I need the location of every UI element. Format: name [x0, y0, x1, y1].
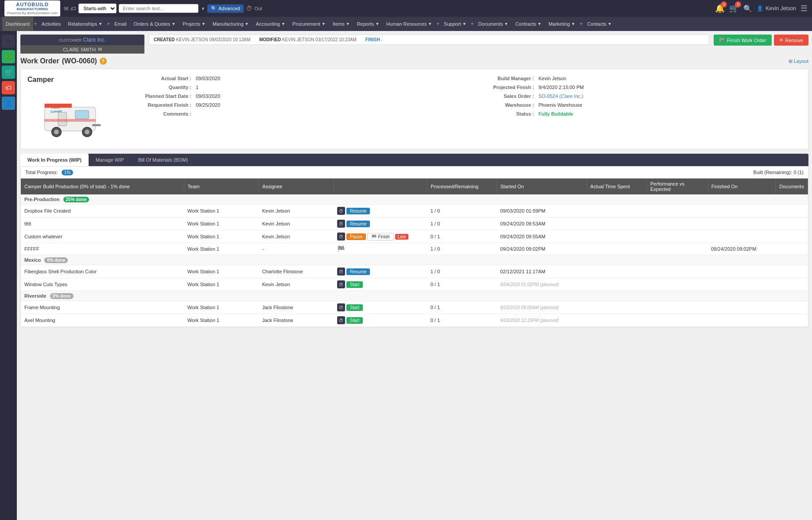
clock-button-fiberglass[interactable]: ⏱ — [337, 268, 345, 276]
customer-name-link[interactable]: Clare Inc. — [83, 37, 106, 43]
hamburger-menu[interactable]: ☰ — [800, 4, 808, 13]
nav-item-activities[interactable]: Activities — [38, 17, 64, 31]
finished-window — [707, 278, 776, 291]
nav-item-procurement[interactable]: Procurement ▼ — [289, 17, 329, 31]
nav-item-projects[interactable]: Projects ▼ — [179, 17, 209, 31]
clock-button-custom[interactable]: ⏱ — [337, 233, 345, 241]
logo: AUTOBUILD MANUFACTURING Powered By BizAu… — [4, 0, 60, 16]
nav-plus-4[interactable]: + — [470, 21, 475, 27]
col-docs: Documents — [776, 179, 808, 194]
nav-plus-5[interactable]: + — [579, 21, 583, 27]
clock-button-axel[interactable]: ⏱ — [337, 316, 345, 324]
clock-icon[interactable]: ⏱ — [246, 5, 252, 12]
nav-item-manufacturing[interactable]: Manufacturing ▼ — [209, 17, 253, 31]
tab-manage-wip[interactable]: Manage WIP — [89, 154, 131, 166]
sidebar-icon-cart[interactable]: 🛒 — [2, 66, 15, 79]
nav-item-reports[interactable]: Reports ▼ — [354, 17, 383, 31]
sales-order-value[interactable]: SO-0524 (Clare Inc.) — [539, 93, 583, 99]
product-name: Camper — [27, 76, 116, 84]
projected-finish-value: 9/4/2020 2:15:00 PM — [539, 85, 584, 90]
perf-ttttt — [647, 217, 708, 230]
nav-item-email[interactable]: Email — [111, 17, 130, 31]
flag-icon-fffff[interactable]: 🏁 — [337, 245, 345, 252]
assignee-fffff: - — [259, 243, 334, 255]
finish-link[interactable]: FINISH — [365, 37, 380, 42]
start-button-window[interactable]: Start — [346, 281, 363, 288]
processed-window: 0 / 1 — [427, 278, 497, 291]
finish-work-order-button[interactable]: 🏁 Finish Work Order — [714, 35, 772, 46]
start-button-frame[interactable]: Start — [346, 304, 363, 311]
starts-with-select[interactable]: Starts-with — [78, 4, 117, 13]
logo-mid: MANUFACTURING — [17, 7, 48, 11]
mail-icon: ✉ — [64, 5, 69, 12]
col-perf: Performance vs Expected — [647, 179, 708, 194]
sidebar-icon-leaf[interactable]: 🌿 — [2, 50, 15, 63]
sidebar-icon-x[interactable]: ✕ — [2, 35, 15, 48]
customer-email-icon[interactable]: ✉ — [98, 47, 102, 52]
nav-item-contacts[interactable]: Contacts ▼ — [583, 17, 615, 31]
remove-button[interactable]: ✕ Remove — [774, 35, 808, 46]
nav-plus-1[interactable]: + — [33, 21, 38, 27]
nav-item-support[interactable]: Support ▼ — [440, 17, 470, 31]
modified-by: KEVIN JETSON — [282, 37, 314, 42]
advanced-search-button[interactable]: 🔍 Advanced — [207, 4, 244, 13]
assignee-fiberglass: Charlotte Flinstone — [259, 265, 334, 278]
user-avatar-icon: 👤 — [757, 5, 763, 12]
help-icon[interactable]: ? — [100, 58, 107, 65]
global-search-icon[interactable]: 🔍 — [743, 4, 752, 13]
user-info[interactable]: 👤 Kevin Jetson — [757, 5, 796, 12]
nav-item-items[interactable]: Items ▼ — [329, 17, 354, 31]
layout-button[interactable]: ⊞ Layout — [789, 58, 808, 64]
actions-dropbox: ⏱ Resume — [334, 205, 427, 217]
customer-header: Customer Clare Inc. — [20, 35, 144, 45]
nav-item-documents[interactable]: Documents ▼ — [475, 17, 512, 31]
search-input[interactable] — [119, 4, 198, 13]
wip-table: Camper Build Production (0% of total) - … — [21, 179, 808, 327]
modified-date: 03/17/2022 10:23AM — [315, 37, 357, 42]
start-button-axel[interactable]: Start — [346, 317, 363, 324]
finish-button-custom[interactable]: 🏁 Finish — [367, 233, 394, 241]
warehouse-label: Warehouse : — [468, 102, 539, 108]
cart-icon-container[interactable]: 🛒 0 — [729, 4, 739, 13]
nav-item-accounting[interactable]: Accounting ▼ — [253, 17, 289, 31]
nav-item-hr[interactable]: Human Resources ▼ — [383, 17, 435, 31]
actions-window: ⏱ Start — [334, 278, 427, 291]
clock-button-window[interactable]: ⏱ — [337, 280, 345, 288]
work-order-number: (WO-0060) — [62, 57, 97, 65]
notification-badge: 0 — [721, 1, 727, 8]
col-team: Team — [184, 179, 259, 194]
nav-plus-2[interactable]: + — [106, 21, 111, 27]
clock-button-ttttt[interactable]: ⏱ — [337, 220, 345, 228]
table-row: Axel Mounting Work Station 1 Jack Flinst… — [21, 314, 808, 327]
nav-item-dashboard[interactable]: Dashboard — [2, 17, 33, 31]
nav-item-marketing[interactable]: Marketing ▼ — [545, 17, 579, 31]
started-frame-planned: 9/03/2020 09:00AM (planned) — [500, 305, 559, 310]
col-processed: Processed/Remaining — [427, 179, 497, 194]
planned-start-row: Planned Start Date : 09/03/2020 — [125, 93, 459, 99]
created-label: CREATED — [154, 37, 175, 42]
clock-button-dropbox[interactable]: ⏱ — [337, 207, 345, 215]
resume-button-fiberglass[interactable]: Resume — [346, 268, 370, 275]
notification-bell[interactable]: 🔔 0 — [715, 4, 725, 13]
resume-button-dropbox[interactable]: Resume — [346, 208, 370, 214]
clock-button-frame[interactable]: ⏱ — [337, 303, 345, 311]
out-button[interactable]: Out — [254, 6, 262, 11]
team-frame: Work Station 1 — [184, 301, 259, 314]
nav-item-orders[interactable]: Orders & Quotes ▼ — [130, 17, 179, 31]
sidebar-icon-tag[interactable]: 🏷 — [2, 81, 15, 94]
tab-wip[interactable]: Work In Progress (WIP) — [20, 154, 89, 166]
projected-finish-row: Projected Finish : 9/4/2020 2:15:00 PM — [468, 85, 802, 90]
nav-item-relationships[interactable]: Relationships ▼ — [64, 17, 106, 31]
perf-custom — [647, 230, 708, 243]
nav-plus-3[interactable]: + — [435, 21, 440, 27]
pause-button-custom[interactable]: Pause — [346, 233, 366, 240]
search-dropdown-icon[interactable]: ▼ — [201, 6, 205, 11]
section-name-mexico: Mexico — [24, 257, 41, 263]
user-name: Kevin Jetson — [765, 5, 796, 12]
resume-button-ttttt[interactable]: Resume — [346, 221, 370, 227]
nav-item-contracts[interactable]: Contracts ▼ — [512, 17, 545, 31]
task-window: Window Cuts Types — [21, 278, 184, 291]
sidebar-icon-user[interactable]: 👤 — [2, 97, 15, 110]
requested-finish-row: Requested Finish : 09/25/2020 — [125, 102, 459, 108]
tab-bom[interactable]: Bill Of Materials (BOM) — [131, 154, 195, 166]
